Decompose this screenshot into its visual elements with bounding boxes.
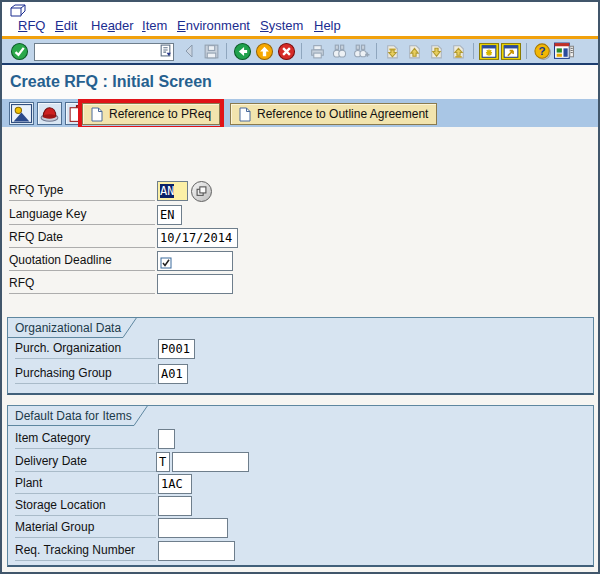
form-row: RFQ — [2, 274, 598, 296]
matchcode-icon[interactable] — [191, 181, 212, 202]
quotation-deadline-field[interactable] — [157, 251, 233, 271]
panel-tab: Organizational Data — [8, 318, 123, 338]
default-data-for-items-panel: Default Data for Items Item Category Del… — [7, 405, 594, 567]
command-field — [34, 42, 174, 60]
window-titlebar — [2, 2, 598, 17]
form-row: Req. Tracking Number — [8, 541, 593, 563]
menu-item-header[interactable]: Header — [91, 18, 134, 33]
document-icon — [91, 107, 103, 122]
form-row: Purchasing Group A01 — [8, 364, 593, 386]
field-label: Purch. Organization — [15, 341, 156, 359]
form-row: Delivery Date T — [8, 452, 593, 474]
standard-toolbar: ? — [2, 39, 598, 63]
back-icon[interactable] — [231, 41, 253, 61]
form-row: Storage Location — [8, 496, 593, 518]
menu-item-system[interactable]: System — [260, 18, 303, 33]
menu-item-item[interactable]: Item — [142, 18, 167, 33]
sap-window: RFQ Edit Header Item Environment System … — [0, 0, 600, 574]
item-category-field[interactable] — [158, 429, 175, 449]
req-tracking-number-field[interactable] — [158, 541, 235, 561]
menu-item-help[interactable]: Help — [314, 18, 341, 33]
menu-item-rfq[interactable]: RFQ — [18, 18, 45, 33]
language-key-field[interactable]: EN — [157, 205, 182, 225]
toolbar-separator — [301, 43, 302, 59]
form-row: RFQ Type AN — [2, 181, 598, 203]
find-next-icon — [350, 41, 372, 61]
purchasing-group-field[interactable]: A01 — [158, 364, 188, 384]
customize-layout-icon[interactable] — [553, 41, 575, 61]
purch-organization-field[interactable]: P001 — [158, 339, 195, 359]
field-label: RFQ Type — [9, 183, 155, 201]
field-label: RFQ Date — [9, 230, 155, 248]
form-row: Material Group — [8, 518, 593, 540]
toolbar-separator — [473, 43, 474, 59]
field-label: Req. Tracking Number — [15, 543, 156, 561]
help-icon[interactable]: ? — [531, 41, 553, 61]
person-mountain-icon[interactable] — [9, 102, 34, 125]
new-session-icon[interactable] — [478, 41, 500, 61]
last-page-icon — [447, 41, 469, 61]
command-input[interactable] — [34, 43, 174, 61]
create-shortcut-icon[interactable] — [500, 41, 522, 61]
delivery-date-category-field[interactable]: T — [156, 452, 170, 472]
reference-to-outline-agreement-button[interactable]: Reference to Outline Agreement — [230, 103, 437, 125]
toolbar-separator — [526, 43, 527, 59]
reference-to-preq-button[interactable]: Reference to PReq — [82, 103, 220, 125]
field-label: Delivery Date — [15, 454, 156, 472]
field-label: Purchasing Group — [15, 366, 156, 384]
print-icon — [306, 41, 328, 61]
form-row: Language Key EN — [2, 205, 598, 227]
delivery-date-field[interactable] — [172, 452, 249, 472]
next-page-icon — [425, 41, 447, 61]
rfq-date-field[interactable]: 10/17/2014 — [157, 228, 238, 248]
form-row: RFQ Date 10/17/2014 — [2, 228, 598, 250]
page-title: Create RFQ : Initial Screen — [2, 65, 598, 99]
menu-bar: RFQ Edit Header Item Environment System … — [2, 17, 598, 36]
field-label: Storage Location — [15, 498, 156, 516]
document-icon — [239, 107, 251, 122]
form-row: Plant 1AC — [8, 474, 593, 496]
svg-text:?: ? — [538, 44, 545, 57]
organizational-data-panel: Organizational Data Purch. Organization … — [7, 317, 594, 395]
plant-field[interactable]: 1AC — [158, 474, 192, 494]
form-row: Quotation Deadline — [2, 251, 598, 273]
required-checkbox-icon — [160, 257, 172, 269]
field-label: Item Category — [15, 431, 156, 449]
main-content: RFQ Type AN Language Key EN RFQ Date 10/… — [2, 127, 598, 572]
storage-location-field[interactable] — [158, 496, 192, 516]
field-label: Plant — [15, 476, 156, 494]
find-icon — [328, 41, 350, 61]
toolbar-separator — [226, 43, 227, 59]
field-label: Language Key — [9, 207, 155, 225]
save-icon — [200, 41, 222, 61]
rfq-number-field[interactable] — [157, 274, 233, 294]
application-toolbar: Reference to PReq Reference to Outline A… — [2, 99, 598, 129]
previous-page-icon — [403, 41, 425, 61]
material-group-field[interactable] — [158, 518, 228, 538]
screen-icon[interactable] — [9, 4, 27, 17]
command-history-icon[interactable] — [159, 44, 172, 57]
menu-item-environment[interactable]: Environment — [177, 18, 250, 33]
cancel-icon[interactable] — [275, 41, 297, 61]
enter-icon[interactable] — [8, 41, 30, 61]
first-page-icon — [381, 41, 403, 61]
toolbar-separator — [376, 43, 377, 59]
field-label: Quotation Deadline — [9, 253, 155, 271]
rfq-type-field[interactable]: AN — [157, 181, 188, 201]
red-hat-icon[interactable] — [37, 102, 62, 125]
field-label: Material Group — [15, 520, 156, 538]
form-row: Purch. Organization P001 — [8, 339, 593, 361]
panel-tab: Default Data for Items — [8, 406, 134, 426]
field-label: RFQ — [9, 276, 155, 294]
form-row: Item Category — [8, 429, 593, 451]
collapse-toolbar-icon[interactable] — [178, 41, 200, 61]
exit-icon[interactable] — [253, 41, 275, 61]
menu-item-edit[interactable]: Edit — [55, 18, 77, 33]
